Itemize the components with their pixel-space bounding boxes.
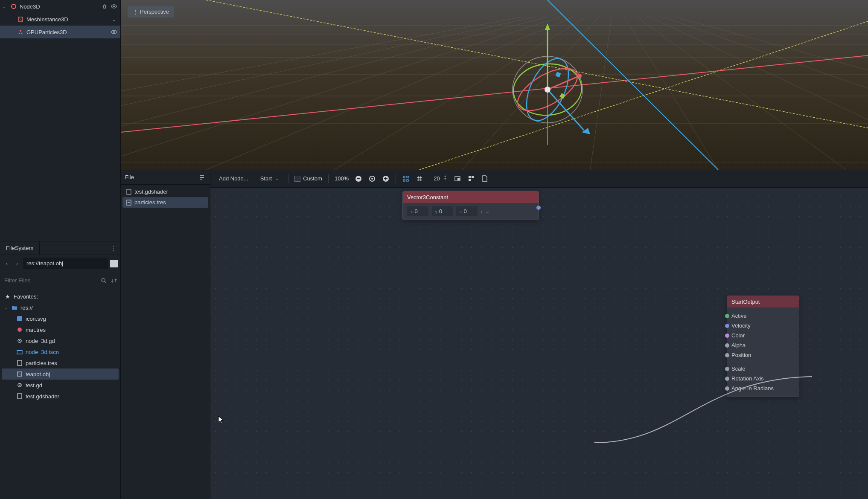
svg-point-72 — [17, 328, 22, 332]
port-row: Color — [731, 331, 795, 340]
svg-point-6 — [19, 33, 20, 34]
svg-rect-47 — [200, 175, 204, 176]
visual-shader-graph[interactable]: Add Node... Start ⌄ Custom 100% 20 ▲▼ — [210, 170, 868, 499]
svg-line-22 — [462, 17, 599, 170]
snap-toggle-button[interactable] — [402, 175, 410, 183]
bottom-dock: File test.gdshader particles.tres Add No… — [121, 170, 868, 499]
port-row: Angle In Radians — [731, 383, 795, 393]
filesystem-dock: FileSystem ⋮ ‹ › res://teapot.obj ★ Favo… — [0, 241, 121, 499]
file-row[interactable]: test.gd — [2, 380, 119, 391]
svg-line-20 — [206, 17, 573, 170]
path-input[interactable]: res://teapot.obj — [23, 258, 108, 269]
input-port[interactable] — [725, 377, 729, 381]
visibility-icon[interactable] — [110, 3, 118, 10]
viewport-grid — [121, 0, 868, 170]
custom-checkbox[interactable]: Custom — [294, 175, 322, 182]
input-port[interactable] — [725, 343, 729, 348]
filter-files-input[interactable] — [3, 275, 97, 286]
svg-point-9 — [113, 31, 115, 33]
svg-line-4 — [18, 17, 23, 21]
input-port[interactable] — [725, 334, 729, 338]
file-row[interactable]: icon.svg — [2, 313, 119, 324]
perspective-label: Perspective — [140, 9, 169, 15]
add-node-button[interactable]: Add Node... — [216, 174, 251, 183]
svg-line-18 — [121, 17, 548, 170]
file-row[interactable]: particles.tres — [2, 357, 119, 368]
minimap-toggle-button[interactable] — [454, 175, 461, 183]
scene-link-icon[interactable] — [101, 3, 108, 10]
vec3-x-input[interactable]: x0 — [407, 206, 428, 216]
resource-file-icon — [16, 360, 23, 366]
mode-dropdown[interactable]: Start ⌄ — [257, 174, 282, 183]
graph-node-startoutput[interactable]: StartOutput Active Velocity Color Alpha … — [727, 296, 799, 397]
viewport-3d[interactable]: ⋮ Perspective — [121, 0, 868, 170]
zoom-reset-button[interactable] — [368, 175, 376, 183]
visibility-icon[interactable] — [110, 28, 118, 36]
svg-rect-54 — [357, 178, 360, 179]
zoom-in-button[interactable] — [382, 175, 390, 183]
file-row[interactable]: node_3d.gd — [2, 335, 119, 346]
search-icon[interactable] — [100, 277, 108, 284]
svg-point-7 — [21, 33, 23, 34]
vec3-z-input[interactable]: z0 — [456, 206, 478, 216]
port-row: Velocity — [731, 321, 795, 331]
favorites-header[interactable]: ★ Favorites: — [2, 291, 119, 302]
svg-rect-59 — [385, 177, 386, 180]
scene-tree-item-particles[interactable]: GPUParticles3D — [0, 26, 120, 38]
chevron-down-icon[interactable]: ⌄ — [110, 15, 118, 23]
vec3-y-input[interactable]: y0 — [432, 206, 453, 216]
file-item[interactable]: particles.tres — [122, 197, 208, 208]
file-row[interactable]: node_3d.tscn — [2, 346, 119, 357]
output-port[interactable] — [536, 206, 541, 210]
svg-point-5 — [20, 30, 21, 32]
panel-menu-icon[interactable] — [198, 173, 206, 181]
nav-back-button[interactable]: ‹ — [3, 260, 11, 267]
sort-icon[interactable] — [110, 277, 118, 284]
input-port[interactable] — [725, 314, 729, 318]
file-panel-title: File — [125, 174, 134, 180]
spinner-up-icon[interactable]: ▲ — [444, 174, 447, 177]
input-port[interactable] — [725, 324, 729, 328]
script-file-icon — [16, 337, 23, 344]
perspective-toggle[interactable]: ⋮ Perspective — [128, 6, 174, 17]
arrange-button[interactable] — [467, 175, 475, 183]
filesystem-tab[interactable]: FileSystem — [0, 241, 40, 255]
file-item[interactable]: test.gdshader — [122, 186, 208, 197]
node-title[interactable]: Vector3Constant — [403, 191, 539, 203]
svg-line-31 — [206, 0, 868, 128]
zoom-level: 100% — [335, 175, 349, 182]
input-port[interactable] — [725, 386, 729, 391]
input-port[interactable] — [725, 367, 729, 371]
expand-icon[interactable]: ⌄ — [3, 4, 8, 9]
grid-snap-button[interactable] — [416, 175, 423, 183]
graph-node-vector3constant[interactable]: Vector3Constant x0 y0 z0 › ⌣ — [402, 191, 539, 220]
svg-rect-63 — [407, 180, 408, 181]
expand-icon[interactable]: › — [481, 209, 483, 214]
svg-point-0 — [12, 4, 16, 9]
link-icon[interactable]: ⌣ — [486, 208, 489, 215]
scene-tree-root[interactable]: ⌄ Node3D — [0, 0, 120, 13]
file-row[interactable]: teapot.obj — [2, 368, 119, 380]
path-toggle-button[interactable] — [110, 260, 118, 267]
snap-value-input[interactable]: 20 ▲▼ — [429, 174, 447, 183]
port-row: Position — [731, 350, 795, 360]
file-item-label: particles.tres — [134, 199, 166, 206]
spinner-down-icon[interactable]: ▼ — [444, 177, 447, 180]
svg-line-27 — [663, 17, 868, 170]
shader-file-icon — [16, 393, 23, 400]
chevron-down-icon[interactable]: ⌄ — [4, 305, 9, 310]
input-port[interactable] — [725, 353, 729, 357]
svg-line-29 — [121, 17, 535, 170]
file-row[interactable]: test.gdshader — [2, 391, 119, 402]
node-title[interactable]: StartOutput — [727, 296, 799, 308]
scene-tree-item-mesh[interactable]: MeshInstance3D ⌄ — [0, 13, 120, 26]
res-root-folder[interactable]: ⌄ res:// — [2, 302, 119, 313]
zoom-out-button[interactable] — [355, 175, 362, 183]
mesh-instance-icon — [17, 16, 24, 23]
gpu-particles-icon — [17, 29, 24, 35]
file-row[interactable]: mat.tres — [2, 324, 119, 335]
svg-rect-75 — [17, 350, 22, 351]
nav-forward-button[interactable]: › — [13, 260, 21, 267]
dock-menu-icon[interactable]: ⋮ — [106, 241, 120, 255]
file-button[interactable] — [481, 175, 489, 183]
